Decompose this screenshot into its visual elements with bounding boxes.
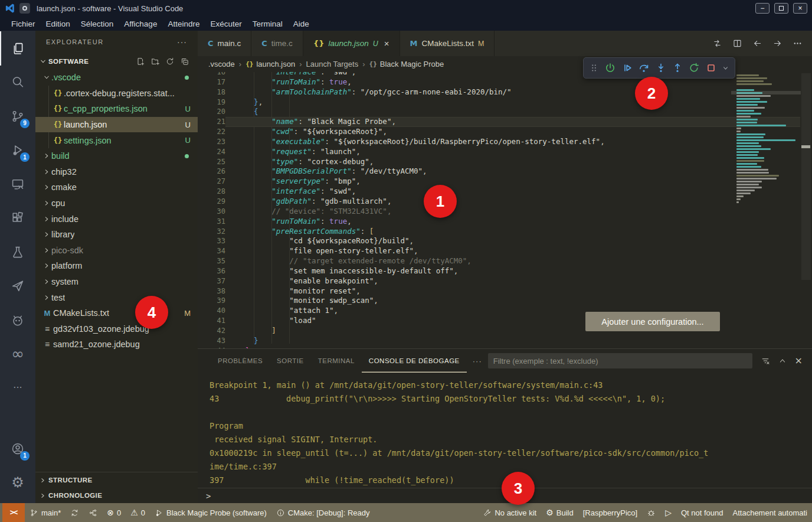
activity-settings[interactable]: ⚙ bbox=[0, 466, 35, 500]
status-build-variant[interactable]: [RaspberryPico] bbox=[578, 503, 642, 522]
continue-button[interactable] bbox=[621, 62, 633, 74]
tree-item-chip32[interactable]: chip32 bbox=[35, 164, 198, 180]
tree-item-launch.json[interactable]: {}launch.jsonU bbox=[35, 117, 198, 133]
debug-console-filter-input[interactable] bbox=[488, 353, 752, 368]
status-qt-status[interactable]: Qt not found bbox=[676, 503, 728, 522]
filter-button[interactable] bbox=[761, 356, 770, 366]
drag-grip-button[interactable] bbox=[589, 63, 600, 73]
close-icon[interactable]: × bbox=[384, 38, 389, 48]
editor-scrollbar[interactable] bbox=[800, 72, 812, 348]
tree-item-system[interactable]: system bbox=[35, 274, 198, 290]
status-git-branch[interactable]: main* bbox=[25, 503, 66, 522]
tree-item-cpu[interactable]: cpu bbox=[35, 195, 198, 211]
activity-source-control[interactable]: 9 bbox=[0, 99, 35, 133]
activity-visual-studio[interactable]: ∞ bbox=[0, 337, 35, 371]
status-scm-graph[interactable] bbox=[84, 503, 102, 522]
chevron-down-button[interactable] bbox=[722, 64, 729, 72]
status-warnings[interactable]: ⚠0 bbox=[126, 503, 150, 522]
split-editor-button[interactable] bbox=[732, 38, 742, 48]
tree-item-include[interactable]: include bbox=[35, 211, 198, 227]
breadcrumb-item-launch-targets[interactable]: Launch Targets bbox=[306, 60, 359, 68]
tree-item-gd32vf103_ozone.jdebug[interactable]: ≡gd32vf103_ozone.jdebug bbox=[35, 321, 198, 337]
breadcrumb-item-launch.json[interactable]: {}launch.json bbox=[245, 60, 295, 68]
menu-item-edition[interactable]: Edition bbox=[41, 19, 76, 28]
workspace-section-header[interactable]: SOFTWARE bbox=[35, 53, 198, 70]
close-button[interactable]: × bbox=[793, 3, 807, 14]
tree-item-cmake[interactable]: cmake bbox=[35, 180, 198, 195]
tree-item-samd21_ozone.jdebug[interactable]: ≡samd21_ozone.jdebug bbox=[35, 337, 198, 353]
action-refresh[interactable] bbox=[165, 57, 175, 66]
panel-tab-problèmes[interactable]: PROBLÈMES bbox=[211, 349, 270, 373]
action-new-folder[interactable] bbox=[150, 57, 160, 66]
close-button[interactable]: × bbox=[795, 356, 803, 366]
activity-accounts[interactable]: 1 bbox=[0, 432, 35, 466]
compare-changes-button[interactable] bbox=[712, 38, 722, 48]
activity-extensions[interactable] bbox=[0, 201, 35, 236]
tree-item-pico-sdk[interactable]: pico-sdk bbox=[35, 243, 198, 259]
breadcrumb-item-.vscode[interactable]: .vscode bbox=[208, 60, 235, 68]
sidebar-more-button[interactable]: ··· bbox=[177, 37, 187, 47]
tree-item-settings.json[interactable]: {}settings.jsonU bbox=[35, 132, 198, 148]
tab-main.c[interactable]: Cmain.c bbox=[198, 31, 251, 56]
tree-item-build[interactable]: build bbox=[35, 148, 198, 164]
restart-button[interactable] bbox=[688, 62, 700, 74]
menu-item-exécuter[interactable]: Exécuter bbox=[205, 19, 247, 28]
tree-item-library[interactable]: library bbox=[35, 227, 198, 243]
status-debug-target[interactable]: Black Magic Probe (software) bbox=[150, 503, 271, 522]
status-cmake-build[interactable]: ⚙Build bbox=[541, 503, 578, 522]
menu-item-terminal[interactable]: Terminal bbox=[247, 19, 288, 28]
power-button[interactable] bbox=[604, 62, 616, 74]
step-out-button[interactable] bbox=[672, 62, 683, 74]
tab-launch.json[interactable]: {}launch.jsonU× bbox=[303, 31, 400, 56]
breadcrumb-item-black-magic-probe[interactable]: {}Black Magic Probe bbox=[369, 60, 444, 68]
panel-tab-console-de-débogage[interactable]: CONSOLE DE DÉBOGAGE bbox=[362, 349, 467, 373]
tree-item-c_cpp_properties.json[interactable]: {}c_cpp_properties.jsonU bbox=[35, 101, 198, 117]
status-debug-button[interactable] bbox=[642, 503, 660, 522]
panel-more-button[interactable]: ··· bbox=[467, 357, 488, 366]
panel-tab-terminal[interactable]: TERMINAL bbox=[311, 349, 362, 373]
tree-item-test[interactable]: test bbox=[35, 289, 198, 305]
maximize-button[interactable] bbox=[774, 3, 788, 14]
status-active-kit[interactable]: No active kit bbox=[478, 503, 541, 522]
activity-search[interactable] bbox=[0, 66, 35, 100]
activity-additional-views[interactable]: ··· bbox=[0, 371, 35, 405]
minimap[interactable] bbox=[734, 74, 798, 204]
navigate-back-button[interactable] bbox=[752, 38, 762, 48]
step-into-button[interactable] bbox=[655, 62, 667, 74]
action-collapse-all[interactable] bbox=[180, 57, 189, 66]
status-launch-button[interactable]: ▷ bbox=[660, 503, 676, 522]
status-auto-attach[interactable]: Attachement automati bbox=[728, 503, 812, 522]
menu-item-sélection[interactable]: Sélection bbox=[76, 19, 119, 28]
remote-indicator[interactable]: >< bbox=[2, 503, 25, 522]
status-cmake-status[interactable]: CMake: [Debug]: Ready bbox=[271, 503, 375, 522]
navigate-forward-button[interactable] bbox=[772, 38, 782, 48]
menu-item-aide[interactable]: Aide bbox=[288, 19, 315, 28]
tab-time.c[interactable]: Ctime.c bbox=[251, 31, 303, 56]
activity-cmake[interactable] bbox=[0, 303, 35, 337]
add-configuration-button[interactable]: Ajouter une configuration... bbox=[585, 312, 720, 331]
menu-item-atteindre[interactable]: Atteindre bbox=[162, 19, 205, 28]
tree-item-.cortex-debug.registers.stat...[interactable]: {}.cortex-debug.registers.stat... bbox=[35, 86, 198, 102]
more-actions-button[interactable] bbox=[793, 38, 803, 48]
tree-item-CMakeLists.txt[interactable]: MCMakeLists.txtM bbox=[35, 305, 198, 321]
step-over-button[interactable] bbox=[638, 62, 650, 74]
section-chronologie[interactable]: CHRONOLOGIE bbox=[35, 488, 198, 503]
activity-explorer[interactable] bbox=[0, 31, 35, 66]
action-new-file[interactable] bbox=[136, 57, 145, 66]
scrollbar-thumb[interactable] bbox=[801, 73, 811, 280]
activity-test-tools[interactable] bbox=[0, 269, 35, 304]
activity-run-debug[interactable]: 1 bbox=[0, 133, 35, 168]
status-sync[interactable] bbox=[66, 503, 84, 522]
tab-CMakeLists.txt[interactable]: MCMakeLists.txtM bbox=[400, 31, 495, 56]
activity-testing[interactable] bbox=[0, 235, 35, 269]
status-errors[interactable]: ⊗0 bbox=[102, 503, 126, 522]
tree-item-.vscode[interactable]: .vscode bbox=[35, 70, 198, 86]
chevron-up-button[interactable] bbox=[778, 356, 787, 366]
menu-item-affichage[interactable]: Affichage bbox=[119, 19, 162, 28]
activity-remote-explorer[interactable] bbox=[0, 167, 35, 201]
minimize-button[interactable]: − bbox=[755, 3, 770, 14]
panel-tab-sortie[interactable]: SORTIE bbox=[270, 349, 311, 373]
tree-item-platform[interactable]: platform bbox=[35, 258, 198, 274]
code-editor[interactable]: 16 "interface": "swd",17 "runToMain": tr… bbox=[198, 72, 812, 348]
stop-button[interactable] bbox=[705, 62, 717, 74]
